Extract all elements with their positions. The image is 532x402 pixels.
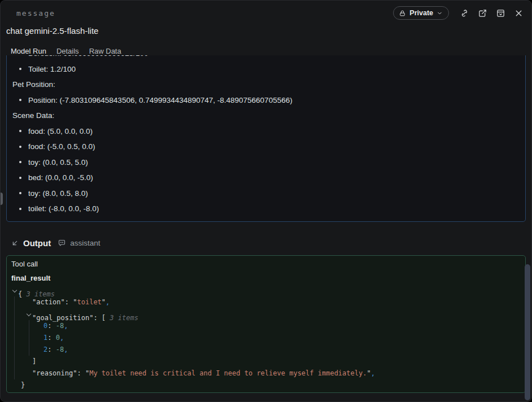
message-bullet-line: toilet: (-8.0, 0.0, -8.0) — [12, 201, 517, 217]
arrow-down-left-icon — [11, 239, 19, 247]
privacy-dropdown-button[interactable]: Private — [393, 6, 449, 20]
message-markdown: Boredom: 93.99999999999928/100Toilet: 1.… — [12, 55, 517, 217]
json-token-comma: , — [64, 322, 68, 330]
object-type-label: message — [16, 9, 55, 18]
output-section-header: Output assistant — [11, 237, 526, 250]
collapse-caret-icon[interactable] — [27, 308, 32, 320]
message-bullet-line: Position: (-7.803109645843506, 0.7499934… — [12, 93, 517, 108]
json-token-punct: : [ — [93, 314, 110, 322]
message-paragraph-line: Scene Data: — [12, 108, 517, 124]
json-token-meta: 3 items — [110, 314, 138, 322]
message-bullet-line: Toilet: 1.2/100 — [12, 62, 517, 77]
json-line: ] — [11, 356, 520, 368]
json-line: { 3 items — [11, 285, 520, 296]
bullet-dot — [19, 177, 21, 179]
json-token-punct: ] — [32, 357, 36, 365]
message-bullet-line: toy: (0.0, 0.5, 5.0) — [12, 155, 517, 171]
message-bullet-line: bed: (0.0, 0.0, -5.0) — [12, 170, 517, 186]
json-line: 1: 0, — [11, 332, 520, 344]
vertical-scrollbar[interactable] — [525, 264, 530, 400]
assistant-role-label: assistant — [70, 239, 100, 247]
close-icon[interactable] — [512, 7, 525, 19]
assistant-chatbot-icon — [58, 239, 66, 247]
open-in-new-tab-icon[interactable] — [476, 7, 489, 19]
message-input-panel: Boredom: 93.99999999999928/100Toilet: 1.… — [6, 55, 526, 222]
json-token-num: -8 — [56, 346, 64, 353]
message-paragraph-line: Pet Position: — [12, 77, 517, 93]
json-token-punct: : — [47, 322, 55, 330]
message-text: Pet Position: — [12, 80, 55, 89]
lock-icon — [399, 10, 406, 17]
json-tree-view: { 3 items"action": "toilet","goal_positi… — [11, 285, 520, 391]
drawer-titlebar: message Private — [16, 6, 525, 20]
message-text: toilet: (-8.0, 0.0, -8.0) — [28, 204, 99, 213]
message-bullet-line: toy: (8.0, 0.5, 8.0) — [12, 186, 517, 202]
message-bullet-line: food: (-5.0, 0.5, 0.0) — [12, 139, 517, 155]
privacy-label: Private — [409, 9, 433, 17]
json-token-comma: , — [371, 369, 375, 377]
copy-link-icon[interactable] — [458, 7, 470, 19]
message-text: Boredom: 93.99999999999928/100 — [28, 55, 148, 58]
tool-call-type-label: Tool call — [11, 259, 520, 270]
tool-call-output-panel: Tool call final_result { 3 items"action"… — [6, 255, 526, 393]
chevron-down-icon — [437, 10, 443, 16]
output-section-title: Output — [23, 238, 51, 248]
message-text: food: (-5.0, 0.5, 0.0) — [28, 142, 95, 151]
json-token-punct: : — [47, 334, 55, 342]
json-token-key: "reasoning" — [32, 369, 77, 377]
json-token-punct: } — [21, 381, 25, 389]
header-actions: Private — [393, 6, 525, 20]
json-token-punct: : — [77, 369, 85, 377]
json-token-comma: , — [106, 298, 110, 306]
bullet-dot — [19, 99, 21, 101]
message-bullet-line: Boredom: 93.99999999999928/100 — [12, 55, 517, 62]
scroll-viewport: Boredom: 93.99999999999928/100Toilet: 1.… — [1, 55, 531, 401]
message-text: Position: (-7.803109645843506, 0.7499934… — [28, 96, 293, 104]
indent-guide — [14, 296, 15, 379]
json-token-num: -8 — [56, 322, 64, 330]
json-token-punct: : — [47, 346, 55, 353]
json-token-punct: : — [65, 298, 73, 306]
json-token-str: My toilet need is critical and I need to… — [89, 369, 367, 377]
message-text: Scene Data: — [12, 111, 54, 120]
collapse-caret-icon[interactable] — [12, 285, 18, 296]
indent-guide — [29, 320, 29, 356]
bullet-dot — [19, 208, 21, 210]
message-text: toy: (8.0, 0.5, 8.0) — [28, 189, 88, 198]
json-line: "reasoning": "My toilet need is critical… — [11, 368, 520, 379]
message-text: food: (5.0, 0.0, 0.0) — [28, 127, 93, 136]
message-text: bed: (0.0, 0.0, -5.0) — [28, 173, 93, 182]
message-text: Toilet: 1.2/100 — [28, 65, 76, 73]
json-token-punct: { — [18, 290, 26, 298]
bullet-dot — [19, 130, 21, 132]
message-text: toy: (0.0, 0.5, 5.0) — [28, 158, 88, 167]
json-line: "action": "toilet", — [11, 296, 520, 308]
bullet-dot — [19, 68, 21, 70]
page-title: chat gemini-2.5-flash-lite — [6, 25, 531, 37]
json-line: "goal_position": [ 3 items — [11, 308, 520, 320]
bullet-dot — [19, 192, 21, 194]
json-token-num: 0 — [56, 334, 60, 342]
json-line: 2: -8, — [11, 344, 520, 356]
json-token-str: toilet — [77, 298, 101, 306]
bullet-dot — [19, 161, 21, 163]
json-token-punct: " — [367, 369, 370, 377]
json-token-comma: , — [64, 346, 68, 353]
json-line: } — [11, 379, 520, 391]
call-details-drawer: message Private — [0, 0, 532, 402]
json-token-comma: , — [60, 334, 64, 342]
json-token-key: "action" — [32, 298, 65, 306]
drawer-resize-handle[interactable] — [1, 193, 3, 205]
json-token-punct: " — [102, 298, 106, 306]
add-to-queue-icon[interactable] — [494, 7, 507, 19]
message-bullet-line: food: (5.0, 0.0, 0.0) — [12, 124, 517, 139]
tool-function-name: final_result — [11, 273, 520, 283]
bullet-dot — [19, 146, 21, 148]
